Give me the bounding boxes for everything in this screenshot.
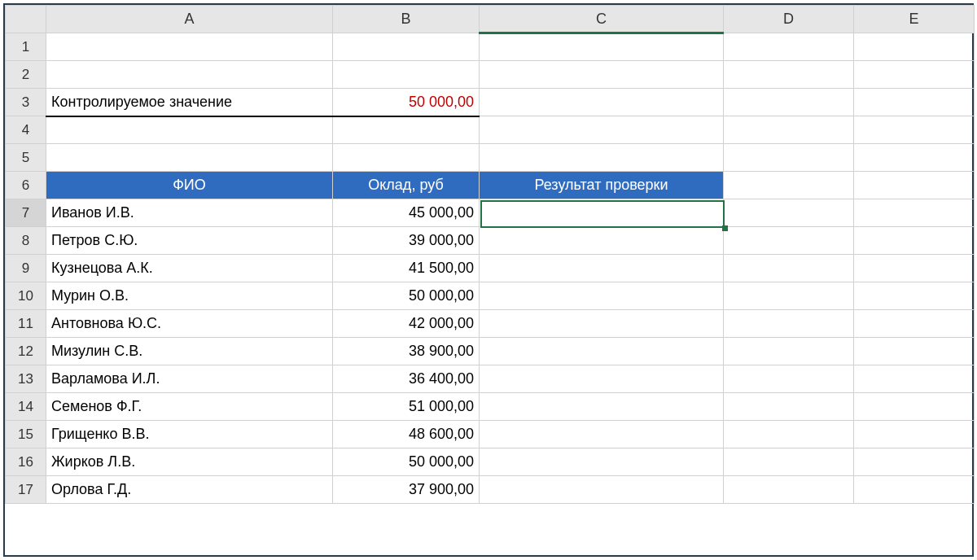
row-header-1[interactable]: 1 — [6, 33, 46, 61]
cell-C2[interactable] — [480, 61, 724, 89]
cell-A13[interactable]: Варламова И.Л. — [46, 365, 333, 393]
row-header-3[interactable]: 3 — [6, 89, 46, 116]
cell-B8[interactable]: 39 000,00 — [333, 227, 480, 255]
row-header-4[interactable]: 4 — [6, 116, 46, 144]
row-header-9[interactable]: 9 — [6, 255, 46, 282]
cell-A2[interactable] — [46, 61, 333, 89]
cell-E6[interactable] — [854, 172, 975, 199]
cell-A15[interactable]: Грищенко В.В. — [46, 421, 333, 448]
cell-D17[interactable] — [724, 476, 854, 504]
cell-B9[interactable]: 41 500,00 — [333, 255, 480, 282]
cell-A12[interactable]: Мизулин С.В. — [46, 338, 333, 365]
cell-A16[interactable]: Жирков Л.В. — [46, 448, 333, 476]
row-header-7[interactable]: 7 — [6, 199, 46, 227]
cell-A6[interactable]: ФИО — [46, 172, 333, 199]
row-header-13[interactable]: 13 — [6, 365, 46, 393]
row-header-16[interactable]: 16 — [6, 448, 46, 476]
spreadsheet-viewport[interactable]: A B C D E 1 2 3 Контролируемое значе — [3, 3, 974, 557]
cell-A17[interactable]: Орлова Г.Д. — [46, 476, 333, 504]
row-header-11[interactable]: 11 — [6, 310, 46, 338]
cell-D11[interactable] — [724, 310, 854, 338]
cell-A9[interactable]: Кузнецова А.К. — [46, 255, 333, 282]
cell-C10[interactable] — [480, 282, 724, 310]
cell-E10[interactable] — [854, 282, 975, 310]
cell-E16[interactable] — [854, 448, 975, 476]
cell-B7[interactable]: 45 000,00 — [333, 199, 480, 227]
cell-E8[interactable] — [854, 227, 975, 255]
cell-E3[interactable] — [854, 89, 975, 116]
cell-E11[interactable] — [854, 310, 975, 338]
cell-B2[interactable] — [333, 61, 480, 89]
cell-C7[interactable] — [480, 199, 724, 227]
cell-C3[interactable] — [480, 89, 724, 116]
col-header-E[interactable]: E — [854, 6, 975, 33]
cell-D2[interactable] — [724, 61, 854, 89]
row-header-8[interactable]: 8 — [6, 227, 46, 255]
cell-E13[interactable] — [854, 365, 975, 393]
cell-C16[interactable] — [480, 448, 724, 476]
row-header-5[interactable]: 5 — [6, 144, 46, 172]
cell-C8[interactable] — [480, 227, 724, 255]
cell-D14[interactable] — [724, 393, 854, 421]
cell-B4[interactable] — [333, 116, 480, 144]
cell-D3[interactable] — [724, 89, 854, 116]
cell-D1[interactable] — [724, 33, 854, 61]
cell-C11[interactable] — [480, 310, 724, 338]
cell-E14[interactable] — [854, 393, 975, 421]
fill-handle[interactable] — [722, 225, 728, 231]
cell-B1[interactable] — [333, 33, 480, 61]
row-header-15[interactable]: 15 — [6, 421, 46, 448]
cell-B16[interactable]: 50 000,00 — [333, 448, 480, 476]
cell-B3[interactable]: 50 000,00 — [333, 89, 480, 116]
cell-C14[interactable] — [480, 393, 724, 421]
cell-B12[interactable]: 38 900,00 — [333, 338, 480, 365]
cell-B5[interactable] — [333, 144, 480, 172]
cell-B10[interactable]: 50 000,00 — [333, 282, 480, 310]
cell-A14[interactable]: Семенов Ф.Г. — [46, 393, 333, 421]
cell-C5[interactable] — [480, 144, 724, 172]
cell-D16[interactable] — [724, 448, 854, 476]
select-all-corner[interactable] — [6, 6, 46, 33]
cell-E1[interactable] — [854, 33, 975, 61]
cell-E15[interactable] — [854, 421, 975, 448]
cell-D15[interactable] — [724, 421, 854, 448]
cell-C9[interactable] — [480, 255, 724, 282]
row-header-17[interactable]: 17 — [6, 476, 46, 504]
cell-A3[interactable]: Контролируемое значение — [46, 89, 333, 116]
cell-D9[interactable] — [724, 255, 854, 282]
cell-C13[interactable] — [480, 365, 724, 393]
cell-B14[interactable]: 51 000,00 — [333, 393, 480, 421]
cell-E7[interactable] — [854, 199, 975, 227]
cell-C4[interactable] — [480, 116, 724, 144]
cell-C15[interactable] — [480, 421, 724, 448]
cell-A5[interactable] — [46, 144, 333, 172]
cell-A11[interactable]: Антовнова Ю.С. — [46, 310, 333, 338]
cell-C1[interactable] — [480, 33, 724, 61]
cell-B13[interactable]: 36 400,00 — [333, 365, 480, 393]
cell-B6[interactable]: Оклад, руб — [333, 172, 480, 199]
cell-A4[interactable] — [46, 116, 333, 144]
spreadsheet-grid[interactable]: A B C D E 1 2 3 Контролируемое значе — [5, 5, 975, 504]
cell-A1[interactable] — [46, 33, 333, 61]
col-header-D[interactable]: D — [724, 6, 854, 33]
cell-A10[interactable]: Мурин О.В. — [46, 282, 333, 310]
cell-D4[interactable] — [724, 116, 854, 144]
cell-E12[interactable] — [854, 338, 975, 365]
row-header-14[interactable]: 14 — [6, 393, 46, 421]
cell-D10[interactable] — [724, 282, 854, 310]
cell-A7[interactable]: Иванов И.В. — [46, 199, 333, 227]
cell-C17[interactable] — [480, 476, 724, 504]
cell-E2[interactable] — [854, 61, 975, 89]
cell-D5[interactable] — [724, 144, 854, 172]
cell-E9[interactable] — [854, 255, 975, 282]
cell-E17[interactable] — [854, 476, 975, 504]
cell-E4[interactable] — [854, 116, 975, 144]
row-header-10[interactable]: 10 — [6, 282, 46, 310]
cell-D8[interactable] — [724, 227, 854, 255]
cell-C6[interactable]: Результат проверки — [480, 172, 724, 199]
cell-D13[interactable] — [724, 365, 854, 393]
col-header-B[interactable]: B — [333, 6, 480, 33]
cell-A8[interactable]: Петров С.Ю. — [46, 227, 333, 255]
cell-D7[interactable] — [724, 199, 854, 227]
row-header-6[interactable]: 6 — [6, 172, 46, 199]
